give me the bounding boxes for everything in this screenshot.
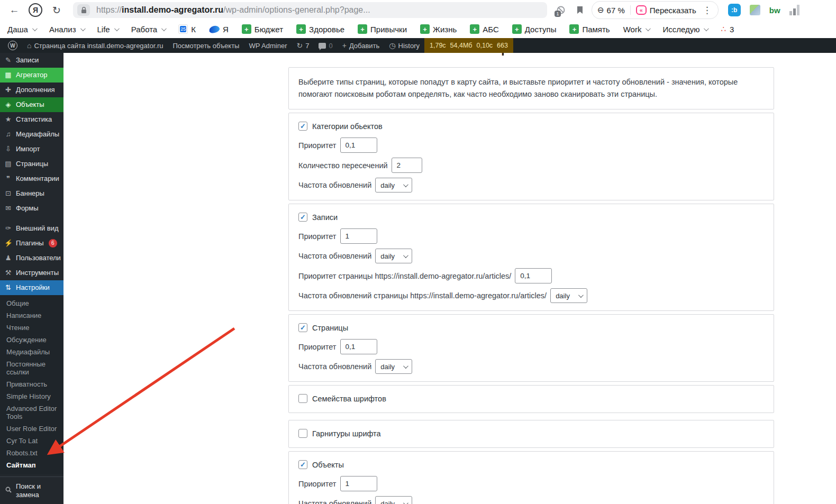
sidebar-item-nastroyki[interactable]: ⇅Настройки [0, 280, 63, 295]
chevron-down-icon [403, 363, 408, 369]
address-bar[interactable]: https://install.demo-agregator.ru/wp-adm… [73, 2, 547, 18]
extension-b-icon[interactable]: :b [728, 4, 741, 16]
sidebar-item-zapisi[interactable]: ✎Записи [0, 53, 63, 68]
priority-input[interactable] [340, 339, 377, 354]
yandex-browser-icon[interactable]: Я [29, 3, 42, 17]
performance-badge[interactable]: 1,79с54,4Мб0,10с663 [424, 38, 513, 53]
checkbox[interactable] [298, 122, 307, 131]
submenu-item-postoyannye-ssylki[interactable]: Постоянные ссылки [0, 358, 63, 378]
sidebar-item-vneshniy-vid[interactable]: ✑Внешний вид [0, 221, 63, 236]
checkbox[interactable] [298, 213, 307, 222]
bookmark-calendar[interactable]: 25К [178, 24, 196, 34]
updates-link[interactable]: ↻7 [292, 38, 314, 53]
priority-input[interactable] [340, 476, 377, 491]
view-objects-link[interactable]: Посмотреть объекты [168, 38, 244, 53]
submenu-item-obschie[interactable]: Общие [0, 297, 63, 309]
submenu-item-cyr-to-lat[interactable]: Cyr To Lat [0, 435, 63, 447]
submenu-item-napisanie[interactable]: Написание [0, 309, 63, 322]
add-new-link[interactable]: +Добавить [338, 38, 385, 53]
wp-logo[interactable]: W [3, 38, 22, 53]
sidebar-item-stranicy[interactable]: ▤Страницы [0, 157, 63, 171]
extension-builtwith-icon[interactable]: bw [769, 6, 780, 15]
main-content: р Выберите типы страниц, которые попадут… [63, 53, 836, 504]
bookmark-dots-3[interactable]: ∴3 [721, 24, 734, 34]
bookmark-icon[interactable] [573, 3, 587, 17]
sidebar-item-statistika[interactable]: ★Статистика [0, 112, 63, 127]
frequency-select[interactable]: daily [375, 496, 412, 504]
checkbox[interactable] [298, 323, 307, 332]
section-posts: Записи Приоритет Частота обновлений dail… [288, 204, 774, 311]
field-label: Частота обновлений [298, 181, 371, 189]
sidebar-item-bannery[interactable]: ⊡Баннеры [0, 186, 63, 201]
bookmark-yandex[interactable]: Я [209, 25, 229, 34]
submenu-item-simple-history[interactable]: Simple History [0, 390, 63, 402]
banner-icon: ⊡ [4, 189, 12, 198]
bookmark-folder-analiz[interactable]: Анализ [49, 25, 84, 34]
bookmark-folder-work[interactable]: Work [623, 25, 650, 34]
zoom-control[interactable]: ⊖67 % [597, 5, 625, 15]
extension-chart-icon[interactable] [789, 5, 799, 15]
sidebar-item-obekty[interactable]: ◈Объекты [0, 97, 63, 112]
page-priority-input[interactable] [515, 268, 552, 283]
bookmark-folder-rabota[interactable]: Работа [131, 25, 166, 34]
submenu-item-chtenie[interactable]: Чтение [0, 322, 63, 334]
checkbox[interactable] [298, 460, 307, 469]
bookmark-abs[interactable]: +АБС [470, 24, 499, 34]
bookmark-memory[interactable]: +Память [569, 24, 610, 34]
page-frequency-select[interactable]: daily [550, 288, 587, 303]
sidebar-item-plaginy[interactable]: ⚡Плагины6 [0, 236, 63, 251]
sidebar-item-instrumenty[interactable]: ⚒Инструменты [0, 265, 63, 280]
sidebar-item-dopolneniya[interactable]: ✚Дополнения [0, 83, 63, 97]
submenu-item-saytmap[interactable]: Сайтмап [0, 459, 63, 471]
sidebar-item-import[interactable]: ⇩Импорт [0, 142, 63, 157]
bookmark-habits[interactable]: +Привычки [358, 24, 407, 34]
frequency-select[interactable]: daily [375, 359, 412, 374]
bookmark-access[interactable]: +Доступы [512, 24, 557, 34]
plugin-icon: ⚡ [4, 239, 12, 248]
chevron-down-icon [80, 26, 85, 31]
field-label: Приоритет [298, 343, 337, 351]
sidebar-item-mediafaily[interactable]: ♫Медиафайлы [0, 127, 63, 142]
yandex-disc-icon [208, 24, 221, 34]
wp-adminer-link[interactable]: WP Adminer [244, 38, 292, 53]
back-icon[interactable]: ← [5, 2, 23, 18]
bookmark-folder-issleduyu[interactable]: Исследую [662, 25, 707, 34]
field-label: Частота обновлений [298, 362, 371, 371]
checkbox[interactable] [298, 429, 307, 438]
frequency-select[interactable]: daily [375, 249, 412, 263]
sidebar-item-poisk-i-zamena[interactable]: Поиск и замена [0, 479, 63, 502]
import-icon: ⇩ [4, 145, 12, 153]
submenu-item-mediafaily[interactable]: Медиафайлы [0, 346, 63, 358]
bookmark-health[interactable]: +Здоровье [296, 24, 344, 34]
submenu-item-privatnost[interactable]: Приватность [0, 378, 63, 390]
bookmark-folder-life[interactable]: Life [97, 25, 118, 34]
sheets-icon: + [470, 24, 479, 34]
retell-button[interactable]: « Пересказать [636, 5, 696, 15]
protect-icon[interactable]: 1 [553, 3, 568, 17]
bookmark-folder-dasha[interactable]: Даша [7, 25, 36, 34]
retell-quote-icon: « [636, 5, 647, 15]
priority-input[interactable] [340, 228, 377, 244]
intersections-input[interactable] [392, 158, 422, 173]
comments-link[interactable]: 0 [314, 38, 337, 53]
more-menu-icon[interactable]: ⋮ [702, 5, 713, 16]
history-link[interactable]: ◷History [384, 38, 424, 53]
pages-icon: ▤ [4, 160, 12, 168]
bookmark-budget[interactable]: +Бюджет [242, 24, 283, 34]
submenu-item-robots-txt[interactable]: Robots.txt [0, 447, 63, 459]
refresh-icon[interactable]: ↻ [48, 2, 66, 18]
sidebar-item-polzovateli[interactable]: ♟Пользователи [0, 251, 63, 265]
sidebar-item-agregator[interactable]: ▦Агрегатор [0, 68, 63, 83]
sidebar-item-formy[interactable]: ✉Формы [0, 201, 63, 216]
priority-input[interactable] [340, 138, 377, 153]
bookmark-life-sheet[interactable]: +Жизнь [420, 24, 457, 34]
frequency-select[interactable]: daily [375, 178, 412, 193]
site-name-link[interactable]: ⌂Страница сайта install.demo-agregator.r… [22, 38, 168, 53]
sidebar-item-kommentarii[interactable]: ❞Комментарии [0, 171, 63, 186]
submenu-item-advanced-editor-tools[interactable]: Advanced Editor Tools [0, 402, 63, 423]
submenu-item-user-role-editor[interactable]: User Role Editor [0, 423, 63, 435]
extension-cube-icon[interactable] [750, 5, 760, 15]
checkbox[interactable] [298, 394, 307, 403]
submenu-item-obsuzhdenie[interactable]: Обсуждение [0, 334, 63, 346]
dots-cluster-icon: ∴ [721, 24, 726, 34]
